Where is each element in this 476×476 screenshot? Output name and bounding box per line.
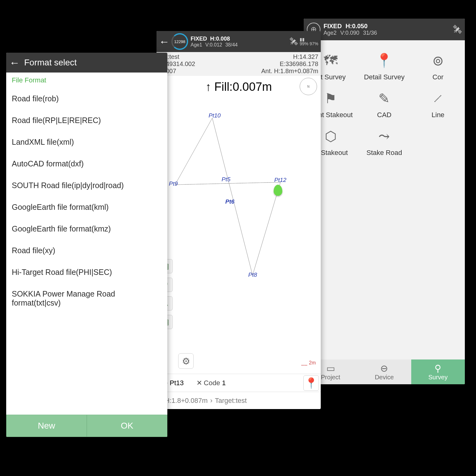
code-value[interactable]: 1 xyxy=(222,379,302,387)
ok-button[interactable]: OK xyxy=(87,415,167,437)
stakeout-screen: ← 12298 FIXED H:0.008 Age1 V:0.012 38/44… xyxy=(156,31,321,409)
point-label-pt5[interactable]: Pt5 xyxy=(222,176,231,183)
battery-bars: ▮▮99% 97% xyxy=(300,37,318,46)
v-accuracy: V:0.012 xyxy=(205,42,222,48)
survey-grid: 🗺int Survey 📍Detail Survey ⊚Cor ⚑Point S… xyxy=(304,40,465,166)
pin-sparkle-icon: 📍 xyxy=(373,50,395,71)
name-code-row: me Pt13 ✕ Code 1 📍 xyxy=(156,374,321,392)
point-label-pt10[interactable]: Pt10 xyxy=(209,112,221,119)
point-label-pt12[interactable]: Pt12 xyxy=(274,177,286,183)
new-button[interactable]: New xyxy=(6,415,87,437)
fix-status: FIXED xyxy=(191,36,207,42)
scale-bar: ⎯⎯ 2m xyxy=(301,360,316,366)
format-item-sokkia[interactable]: SOKKIA Power Manage Road format(txt|csv) xyxy=(6,283,167,314)
footer-row: t. H:1.8+0.087m › Target:test xyxy=(156,392,321,409)
format-item-kml[interactable]: GoogleEarth file format(kml) xyxy=(6,196,167,218)
button-row: New OK xyxy=(6,415,167,437)
format-item-xy[interactable]: Road file(xy) xyxy=(6,240,167,262)
status-bar: ⊕ FIXED H:0.050 Age2 V:0.090 31/36 🛰 xyxy=(304,19,465,40)
format-item-dxf[interactable]: AutoCAD format(dxf) xyxy=(6,153,167,175)
age-label: Age1 xyxy=(191,42,202,48)
format-item-south[interactable]: SOUTH Road file(ip|dy|rod|road) xyxy=(6,175,167,196)
point-label-pt8[interactable]: Pt8 xyxy=(248,271,257,278)
bottom-nav: ▭Project ⊖Device ⚲Survey xyxy=(304,359,465,384)
progress-ring[interactable]: 12298 xyxy=(171,33,188,50)
back-button[interactable]: ← xyxy=(9,57,20,69)
name-value[interactable]: Pt13 xyxy=(170,379,195,387)
code-label: Code xyxy=(204,379,220,387)
sat-count: 38/44 xyxy=(225,42,238,48)
fill-value: Fill:0.007m xyxy=(214,80,272,94)
fix-status: FIXED xyxy=(324,23,342,30)
satellite-icon[interactable]: 🛰 xyxy=(453,24,462,35)
format-item-rob[interactable]: Road file(rob) xyxy=(6,88,167,110)
control-item[interactable]: ⊚Cor xyxy=(411,50,465,81)
settings-button[interactable]: ⚙ xyxy=(178,353,194,369)
chevron-right-icon: › xyxy=(210,397,212,405)
format-select-screen: ← Format select File Format Road file(ro… xyxy=(6,53,167,437)
v-accuracy: V:0.090 xyxy=(340,30,359,36)
polyline-layer xyxy=(156,98,321,321)
survey-menu-screen: ⊕ FIXED H:0.050 Age2 V:0.090 31/36 🛰 🗺in… xyxy=(304,19,465,384)
status-bar: ← 12298 FIXED H:0.008 Age1 V:0.012 38/44… xyxy=(156,31,321,52)
age-label: Age2 xyxy=(324,30,337,36)
h-accuracy: H:0.050 xyxy=(346,23,368,30)
map-pin-icon: 🗺 xyxy=(320,50,342,71)
nav-device[interactable]: ⊖Device xyxy=(357,359,411,384)
sat-count: 31/36 xyxy=(363,30,377,36)
up-arrow-icon: ↑ xyxy=(205,80,211,94)
page-title: Format select xyxy=(24,58,77,68)
control-icon: ⊚ xyxy=(427,50,449,71)
format-item-rp[interactable]: Road file(RP|LE|RE|REC) xyxy=(6,110,167,131)
flag-pin-icon: ⚑ xyxy=(320,87,342,109)
target-name[interactable]: Target:test xyxy=(215,397,247,405)
line-item[interactable]: ⟋Line xyxy=(411,87,465,119)
project-icon: ▭ xyxy=(326,363,335,374)
nav-survey[interactable]: ⚲Survey xyxy=(411,359,465,384)
survey-icon: ⚲ xyxy=(434,363,441,374)
cad-icon: ✎ xyxy=(373,87,395,109)
point-label-pt6[interactable]: Pt6 xyxy=(225,198,235,205)
section-header: File Format xyxy=(6,73,167,88)
h-accuracy: H:0.008 xyxy=(210,36,230,42)
compass-icon[interactable]: N xyxy=(300,78,317,95)
format-item-kmz[interactable]: GoogleEarth file format(kmz) xyxy=(6,218,167,240)
device-icon: ⊖ xyxy=(380,363,388,374)
line-icon: ⟋ xyxy=(427,87,449,109)
back-button[interactable]: ← xyxy=(159,36,171,48)
title-bar: ← Format select xyxy=(6,53,167,73)
coord-info: get:testH:14.327 4449314.002E:336986.178… xyxy=(156,52,321,76)
format-item-hitarget[interactable]: Hi-Target Road file(PHI|SEC) xyxy=(6,262,167,283)
road-icon: ⤳ xyxy=(373,125,395,147)
map-canvas[interactable]: Pt10 Pt9 Pt5 Pt12 Pt6 Pt8 ▦ ⤢ A ▤ xyxy=(156,98,321,321)
detail-survey-item[interactable]: 📍Detail Survey xyxy=(357,50,411,81)
clear-icon[interactable]: ✕ xyxy=(196,379,202,387)
satellite-icon[interactable]: 🛰 xyxy=(290,37,298,46)
stake-road-item[interactable]: ⤳Stake Road xyxy=(357,125,411,157)
point-label-pt9[interactable]: Pt9 xyxy=(169,180,178,187)
current-position-icon xyxy=(274,185,282,196)
cad-item[interactable]: ✎CAD xyxy=(357,87,411,119)
mesh-icon: ⬡ xyxy=(320,125,342,147)
record-point-button[interactable]: 📍 xyxy=(303,375,319,391)
fill-indicator: ↑ Fill:0.007m N xyxy=(156,76,321,98)
format-item-xml[interactable]: LandXML file(xml) xyxy=(6,131,167,153)
